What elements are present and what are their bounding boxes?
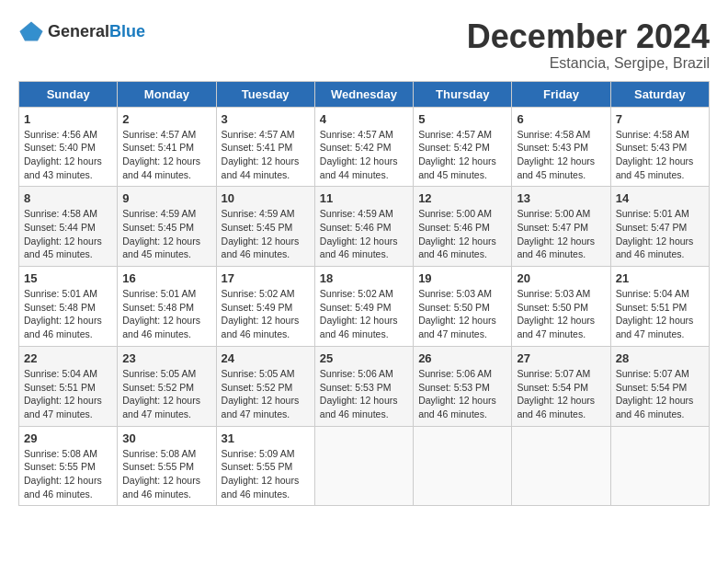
sunset-text: Sunset: 5:49 PM <box>222 301 310 315</box>
daylight-text: and 46 minutes. <box>222 327 310 341</box>
daylight-text: Daylight: 12 hours <box>418 155 506 168</box>
sunrise-text: Sunrise: 5:01 AM <box>616 207 704 221</box>
day-number: 18 <box>320 271 408 285</box>
sunrise-text: Sunrise: 5:02 AM <box>222 287 310 301</box>
col-monday: Monday <box>118 81 216 107</box>
col-thursday: Thursday <box>414 81 512 107</box>
logo-blue: Blue <box>109 22 145 40</box>
sunrise-text: Sunrise: 5:06 AM <box>418 367 506 381</box>
daylight-text: and 46 minutes. <box>222 247 310 261</box>
calendar-week-2: 8Sunrise: 4:58 AMSunset: 5:44 PMDaylight… <box>19 187 710 267</box>
calendar-cell: 12Sunrise: 5:00 AMSunset: 5:46 PMDayligh… <box>414 187 512 267</box>
daylight-text: Daylight: 12 hours <box>616 235 704 248</box>
day-info: Sunrise: 5:01 AMSunset: 5:48 PMDaylight:… <box>122 287 210 341</box>
daylight-text: Daylight: 12 hours <box>418 394 506 408</box>
title-block: December 2024 Estancia, Sergipe, Brazil <box>467 18 710 72</box>
daylight-text: Daylight: 12 hours <box>616 394 704 408</box>
daylight-text: Daylight: 12 hours <box>24 235 112 248</box>
sunrise-text: Sunrise: 5:00 AM <box>418 207 506 221</box>
calendar-cell: 6Sunrise: 4:58 AMSunset: 5:43 PMDaylight… <box>512 107 610 187</box>
day-info: Sunrise: 4:57 AMSunset: 5:42 PMDaylight:… <box>418 128 506 182</box>
calendar-cell <box>610 426 709 506</box>
day-number: 8 <box>24 191 112 205</box>
day-number: 17 <box>222 271 310 285</box>
page-header: GeneralBlue December 2024 Estancia, Serg… <box>18 18 710 72</box>
day-number: 27 <box>517 351 605 365</box>
daylight-text: Daylight: 12 hours <box>122 235 210 248</box>
calendar-cell: 13Sunrise: 5:00 AMSunset: 5:47 PMDayligh… <box>512 187 610 267</box>
daylight-text: and 44 minutes. <box>122 168 210 182</box>
daylight-text: Daylight: 12 hours <box>222 314 310 327</box>
day-number: 3 <box>222 112 310 126</box>
day-number: 28 <box>616 351 704 365</box>
daylight-text: and 45 minutes. <box>616 168 704 182</box>
daylight-text: Daylight: 12 hours <box>222 394 310 408</box>
sunset-text: Sunset: 5:48 PM <box>24 301 112 315</box>
col-tuesday: Tuesday <box>216 81 314 107</box>
sunset-text: Sunset: 5:44 PM <box>24 221 112 235</box>
daylight-text: Daylight: 12 hours <box>122 155 210 168</box>
day-number: 9 <box>122 191 210 205</box>
day-number: 22 <box>24 351 112 365</box>
day-number: 15 <box>24 271 112 285</box>
day-info: Sunrise: 5:02 AMSunset: 5:49 PMDaylight:… <box>320 287 408 341</box>
sunrise-text: Sunrise: 4:59 AM <box>122 207 210 221</box>
sunset-text: Sunset: 5:48 PM <box>122 301 210 315</box>
day-info: Sunrise: 5:06 AMSunset: 5:53 PMDaylight:… <box>320 367 408 421</box>
daylight-text: Daylight: 12 hours <box>320 394 408 408</box>
sunset-text: Sunset: 5:50 PM <box>418 301 506 315</box>
day-info: Sunrise: 4:58 AMSunset: 5:43 PMDaylight:… <box>616 128 704 182</box>
calendar-cell: 19Sunrise: 5:03 AMSunset: 5:50 PMDayligh… <box>414 267 512 347</box>
sunset-text: Sunset: 5:52 PM <box>222 381 310 395</box>
logo-text: GeneralBlue <box>48 22 145 41</box>
sunrise-text: Sunrise: 5:05 AM <box>122 367 210 381</box>
daylight-text: and 46 minutes. <box>24 327 112 341</box>
calendar-week-4: 22Sunrise: 5:04 AMSunset: 5:51 PMDayligh… <box>19 346 710 426</box>
daylight-text: and 46 minutes. <box>320 327 408 341</box>
day-info: Sunrise: 4:56 AMSunset: 5:40 PMDaylight:… <box>24 128 112 182</box>
sunset-text: Sunset: 5:43 PM <box>616 141 704 155</box>
daylight-text: and 46 minutes. <box>616 408 704 421</box>
calendar-cell: 15Sunrise: 5:01 AMSunset: 5:48 PMDayligh… <box>19 267 118 347</box>
calendar-cell: 22Sunrise: 5:04 AMSunset: 5:51 PMDayligh… <box>19 346 118 426</box>
day-number: 31 <box>222 431 310 445</box>
calendar-cell: 26Sunrise: 5:06 AMSunset: 5:53 PMDayligh… <box>414 346 512 426</box>
sunrise-text: Sunrise: 4:58 AM <box>616 128 704 142</box>
day-info: Sunrise: 5:05 AMSunset: 5:52 PMDaylight:… <box>122 367 210 421</box>
calendar-cell: 31Sunrise: 5:09 AMSunset: 5:55 PMDayligh… <box>216 426 314 506</box>
calendar-cell: 8Sunrise: 4:58 AMSunset: 5:44 PMDaylight… <box>19 187 118 267</box>
calendar-cell: 28Sunrise: 5:07 AMSunset: 5:54 PMDayligh… <box>610 346 709 426</box>
day-number: 11 <box>320 191 408 205</box>
sunset-text: Sunset: 5:46 PM <box>320 221 408 235</box>
daylight-text: Daylight: 12 hours <box>122 314 210 327</box>
day-info: Sunrise: 5:03 AMSunset: 5:50 PMDaylight:… <box>418 287 506 341</box>
daylight-text: and 44 minutes. <box>222 168 310 182</box>
day-info: Sunrise: 5:04 AMSunset: 5:51 PMDaylight:… <box>24 367 112 421</box>
day-info: Sunrise: 4:58 AMSunset: 5:44 PMDaylight:… <box>24 207 112 261</box>
sunset-text: Sunset: 5:41 PM <box>122 141 210 155</box>
daylight-text: and 45 minutes. <box>24 247 112 261</box>
day-number: 1 <box>24 112 112 126</box>
daylight-text: and 47 minutes. <box>616 327 704 341</box>
daylight-text: and 46 minutes. <box>418 408 506 421</box>
day-info: Sunrise: 5:03 AMSunset: 5:50 PMDaylight:… <box>517 287 605 341</box>
day-info: Sunrise: 4:59 AMSunset: 5:45 PMDaylight:… <box>222 207 310 261</box>
daylight-text: Daylight: 12 hours <box>320 235 408 248</box>
day-number: 20 <box>517 271 605 285</box>
daylight-text: Daylight: 12 hours <box>222 155 310 168</box>
daylight-text: and 46 minutes. <box>320 408 408 421</box>
sunset-text: Sunset: 5:52 PM <box>122 381 210 395</box>
daylight-text: and 47 minutes. <box>24 408 112 421</box>
daylight-text: Daylight: 12 hours <box>320 155 408 168</box>
calendar-cell: 27Sunrise: 5:07 AMSunset: 5:54 PMDayligh… <box>512 346 610 426</box>
daylight-text: Daylight: 12 hours <box>122 474 210 488</box>
sunset-text: Sunset: 5:55 PM <box>24 460 112 474</box>
sunset-text: Sunset: 5:47 PM <box>517 221 605 235</box>
calendar-cell <box>512 426 610 506</box>
day-number: 21 <box>616 271 704 285</box>
calendar-cell: 20Sunrise: 5:03 AMSunset: 5:50 PMDayligh… <box>512 267 610 347</box>
sunset-text: Sunset: 5:54 PM <box>517 381 605 395</box>
sunset-text: Sunset: 5:47 PM <box>616 221 704 235</box>
sunrise-text: Sunrise: 5:01 AM <box>24 287 112 301</box>
daylight-text: and 46 minutes. <box>24 488 112 501</box>
